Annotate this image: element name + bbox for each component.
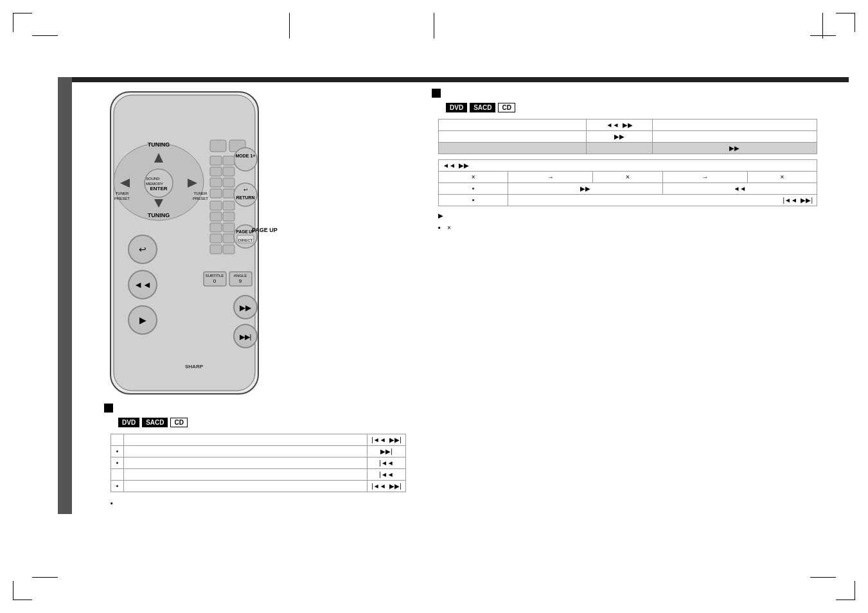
- table-row: ▶▶: [439, 131, 817, 143]
- table-row: • ▶▶ ◄◄: [439, 183, 817, 195]
- page-up-label: PAGE UP: [252, 227, 278, 233]
- svg-rect-27: [210, 189, 222, 198]
- svg-text:TUNER: TUNER: [116, 191, 129, 195]
- svg-rect-21: [210, 156, 222, 165]
- svg-text:TUNING: TUNING: [148, 212, 170, 218]
- remote-control-area: TUNING TUNING TUNER PRESET TUNER PRESET …: [104, 89, 310, 397]
- table-row: × → × → ×: [439, 172, 817, 183]
- svg-rect-38: [210, 234, 222, 243]
- right-mode-badges: DVD SACD CD: [446, 103, 849, 112]
- badge-sacd-left: SACD: [142, 418, 168, 427]
- left-table: |◄◄ ▶▶| • ▶▶| • |◄◄ |◄◄: [111, 434, 406, 492]
- svg-rect-25: [210, 178, 222, 187]
- left-section-header: [104, 404, 412, 413]
- table-row: • ▶▶|: [111, 446, 406, 458]
- svg-text:MODE 1+: MODE 1+: [236, 154, 256, 158]
- top-divider-2: [434, 13, 434, 39]
- table-row: |◄◄ ▶▶|: [111, 434, 406, 446]
- svg-text:9: 9: [239, 278, 242, 284]
- right-section-header: [432, 89, 849, 98]
- left-text-section: DVD SACD CD |◄◄ ▶▶| • ▶▶| • |◄: [104, 404, 412, 500]
- table-row-shaded: ▶▶: [439, 143, 817, 154]
- svg-rect-33: [223, 201, 235, 210]
- badge-sacd-right: SACD: [470, 103, 495, 112]
- svg-rect-26: [223, 178, 235, 187]
- right-table-bottom: ◄◄ ▶▶ × → × → × • ▶▶ ◄◄ • |◄◄ ▶▶|: [438, 159, 817, 206]
- right-table-top: ◄◄ ▶▶ ▶▶ ▶▶: [438, 119, 817, 154]
- svg-text:▶: ▶: [139, 315, 146, 325]
- remote-svg: TUNING TUNING TUNER PRESET TUNER PRESET …: [104, 89, 271, 404]
- table-row: |◄◄: [111, 469, 406, 481]
- svg-text:ENTER: ENTER: [150, 186, 167, 191]
- black-square-right: [432, 89, 441, 98]
- corner-mark-br: [836, 581, 855, 600]
- svg-rect-37: [223, 223, 235, 232]
- badge-dvd-left: DVD: [118, 418, 139, 427]
- top-divider-1: [289, 13, 290, 39]
- svg-text:↩: ↩: [244, 187, 248, 193]
- left-mode-badges: DVD SACD CD: [118, 418, 412, 427]
- svg-text:RETURN: RETURN: [236, 195, 254, 200]
- svg-text:SUBTITLE: SUBTITLE: [206, 274, 224, 278]
- svg-text:0: 0: [213, 278, 217, 284]
- svg-rect-34: [210, 212, 222, 221]
- table-row: • |◄◄ ▶▶|: [111, 481, 406, 492]
- play-note: ▶: [438, 211, 849, 219]
- svg-rect-40: [210, 245, 222, 254]
- corner-mark-bl: [13, 581, 32, 600]
- top-divider-3: [822, 13, 823, 39]
- left-sidebar: [58, 77, 72, 514]
- table-row: • |◄◄: [111, 458, 406, 469]
- svg-rect-28: [223, 189, 235, 198]
- margin-line-tl: [32, 35, 58, 36]
- table-row: ◄◄ ▶▶: [439, 120, 817, 131]
- list-item: ×: [438, 224, 849, 231]
- svg-text:TUNER: TUNER: [194, 191, 208, 195]
- svg-text:PRESET: PRESET: [193, 197, 208, 200]
- top-bar: [72, 77, 849, 82]
- svg-rect-17: [210, 140, 226, 152]
- svg-text:◄◄: ◄◄: [134, 280, 152, 290]
- svg-rect-24: [223, 167, 235, 176]
- corner-mark-tl: [13, 13, 32, 32]
- svg-rect-23: [210, 167, 222, 176]
- svg-text:▶▶|: ▶▶|: [240, 333, 252, 341]
- table-row: ◄◄ ▶▶: [439, 160, 817, 172]
- svg-text:TUNING: TUNING: [148, 141, 170, 148]
- margin-line-br: [810, 577, 836, 578]
- svg-rect-22: [223, 156, 235, 165]
- svg-text:ANGLE: ANGLE: [234, 274, 247, 278]
- margin-line-tr: [810, 35, 836, 36]
- svg-point-19: [234, 148, 257, 171]
- svg-rect-32: [210, 201, 222, 210]
- black-square-left: [104, 404, 113, 413]
- badge-dvd-right: DVD: [446, 103, 467, 112]
- corner-mark-tr: [836, 13, 855, 32]
- svg-text:SHARP: SHARP: [185, 364, 204, 369]
- table-row: • |◄◄ ▶▶|: [439, 195, 817, 206]
- svg-rect-36: [210, 223, 222, 232]
- svg-rect-35: [223, 212, 235, 221]
- margin-line-bl: [32, 577, 58, 578]
- right-text-section: DVD SACD CD ◄◄ ▶▶ ▶▶ ▶▶: [432, 89, 849, 234]
- badge-cd-left: CD: [170, 418, 187, 427]
- svg-text:DIRECT: DIRECT: [238, 238, 253, 242]
- svg-text:PRESET: PRESET: [114, 197, 130, 200]
- svg-text:▶▶: ▶▶: [240, 303, 252, 312]
- svg-rect-41: [223, 245, 235, 254]
- svg-text:SOUND: SOUND: [146, 177, 160, 181]
- main-content: TUNING TUNING TUNER PRESET TUNER PRESET …: [72, 82, 849, 562]
- badge-cd-right: CD: [498, 103, 515, 112]
- right-bullet-list: ×: [438, 224, 849, 231]
- svg-rect-39: [223, 234, 235, 243]
- svg-text:↩: ↩: [139, 244, 146, 254]
